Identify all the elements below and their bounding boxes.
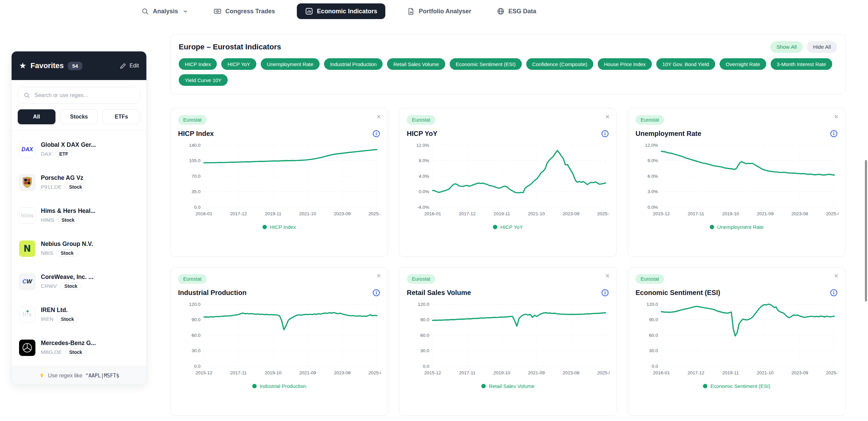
x-tick-label: 2023-09 <box>334 211 351 216</box>
chart-card-economic-sentiment-esi: Eurostat×Economic Sentiment (ESI)0.030.0… <box>628 267 846 416</box>
list-item-iren[interactable]: IrisIREN Ltd.IRENStock <box>12 298 146 331</box>
indicator-pill-3-month-interest-rate[interactable]: 3-Month Interest Rate <box>771 58 832 70</box>
info-icon[interactable] <box>601 289 609 297</box>
x-tick-label: 2019-11 <box>494 211 510 216</box>
close-icon[interactable]: × <box>376 272 381 280</box>
stock-logo: hims <box>19 207 35 224</box>
indicator-pill-retail-sales-volume[interactable]: Retail Sales Volume <box>387 58 445 70</box>
x-tick-label: 2021-10 <box>299 211 316 216</box>
charts-grid: Eurostat×HICP Index0.035.070.0105.0140.0… <box>170 108 846 416</box>
x-tick-label: 2025-10 <box>826 370 838 375</box>
indicator-pill-confidence-composite[interactable]: Confidence (Composite) <box>526 58 594 70</box>
x-tick-label: 2017-12 <box>688 370 705 375</box>
chart-card-unemployment-rate: Eurostat×Unemployment Rate0.0%3.0%6.0%9.… <box>628 108 846 257</box>
indicator-pill-overnight-rate[interactable]: Overnight Rate <box>720 58 766 70</box>
legend-label: Retail Sales Volume <box>489 383 534 389</box>
legend-label: HICP Index <box>270 224 296 230</box>
close-icon[interactable]: × <box>605 272 610 280</box>
close-icon[interactable]: × <box>605 113 610 121</box>
y-tick-label: 3.0% <box>647 189 658 194</box>
top-nav: AnalysisCongress TradesEconomic Indicato… <box>0 0 868 22</box>
chart-area: -4.0%0.0%4.0%8.0%12.0%2016-012017-122019… <box>407 141 609 221</box>
info-icon[interactable] <box>372 289 380 297</box>
x-tick-label: 2015-12 <box>424 370 441 375</box>
nav-item-congress-trades[interactable]: Congress Trades <box>210 3 278 19</box>
list-item-hims[interactable]: himsHims & Hers Heal...HIMSStock <box>12 199 146 232</box>
indicator-pill-yield-curve-10y[interactable]: Yield Curve 10Y <box>179 74 228 86</box>
indicator-pill-economic-sentiment-esi[interactable]: Economic Sentiment (ESI) <box>450 58 522 70</box>
regex-hint: Use regex like ^AAPL|MSFT$ <box>12 366 146 385</box>
chart-title: HICP Index <box>178 130 214 138</box>
search-input[interactable] <box>34 92 134 98</box>
edit-label: Edit <box>129 63 139 69</box>
nav-item-esg-data[interactable]: ESG Data <box>493 3 540 19</box>
tab-all[interactable]: All <box>18 109 55 124</box>
y-tick-label: 0.0 <box>194 205 200 210</box>
x-tick-label: 2019-11 <box>265 211 282 216</box>
x-tick-label: 2016-01 <box>424 211 441 216</box>
stock-type-badge: ETF <box>55 150 72 158</box>
nav-item-analysis[interactable]: Analysis <box>138 3 192 19</box>
data-series-line <box>661 151 834 175</box>
chevron-down-icon <box>182 9 188 14</box>
tab-stocks[interactable]: Stocks <box>60 109 98 124</box>
chart-title: Economic Sentiment (ESI) <box>636 289 720 297</box>
indicators-header-card: Europe – Eurostat Indicators Show All Hi… <box>170 34 846 94</box>
line-chart: 0.030.060.090.0120.02015-122017-112019-1… <box>178 300 381 379</box>
x-tick-label: 2023-08 <box>334 370 351 375</box>
indicator-pill-unemployment-rate[interactable]: Unemployment Rate <box>261 58 320 70</box>
indicator-pill-hicp-yoy[interactable]: HICP YoY <box>221 58 256 70</box>
nav-item-portfolio-analyser[interactable]: Portfolio Analyser <box>404 3 475 19</box>
nav-item-economic-indicators[interactable]: Economic Indicators <box>297 3 385 19</box>
close-icon[interactable]: × <box>834 272 838 280</box>
tab-etfs[interactable]: ETFs <box>102 109 140 124</box>
pencil-icon <box>120 63 126 69</box>
chart-area: 0.030.060.090.0120.02015-122017-112019-1… <box>407 300 609 380</box>
info-icon[interactable] <box>830 289 838 297</box>
info-icon[interactable] <box>830 130 838 138</box>
indicator-pill-10y-gov-bond-yield[interactable]: 10Y Gov. Bond Yield <box>656 58 715 70</box>
legend-label: Unemployment Rate <box>717 224 764 230</box>
sidebar-tabs: AllStocksETFs <box>12 104 146 131</box>
list-item-nbis[interactable]: NNebius Group N.V.NBISStock <box>12 232 146 265</box>
edit-button[interactable]: Edit <box>120 63 139 69</box>
y-tick-label: 30.0 <box>192 348 200 353</box>
show-all-button[interactable]: Show All <box>770 41 803 53</box>
dax-logo: DAX <box>21 146 33 153</box>
search-box[interactable] <box>18 87 140 104</box>
info-icon[interactable] <box>372 130 380 138</box>
indicator-pill-house-price-index[interactable]: House Price Index <box>598 58 652 70</box>
data-series-line <box>433 313 606 326</box>
stock-ticker: DAX <box>41 151 52 157</box>
favorites-header: ★ Favorites 54 Edit <box>12 51 146 80</box>
close-icon[interactable]: × <box>834 113 838 121</box>
hide-all-button[interactable]: Hide All <box>807 41 837 53</box>
y-tick-label: 12.0% <box>645 143 658 148</box>
stock-logo <box>19 174 35 191</box>
indicator-pill-hicp-index[interactable]: HICP Index <box>179 58 217 70</box>
vertical-scrollbar[interactable] <box>865 160 867 301</box>
x-tick-label: 2021-09 <box>528 370 545 375</box>
x-tick-label: 2021-10 <box>528 211 545 216</box>
x-tick-label: 2017-12 <box>230 211 247 216</box>
stock-name: CoreWeave, Inc. ... <box>41 274 93 281</box>
iren-logo: Iris <box>22 311 32 318</box>
chart-area: 0.035.070.0105.0140.02016-012017-122019-… <box>178 141 380 221</box>
legend-dot <box>262 225 267 229</box>
list-item-p911-de[interactable]: Porsche AG VzP911.DEStock <box>12 166 146 199</box>
y-tick-label: 70.0 <box>192 174 200 179</box>
y-tick-label: 8.0% <box>419 158 429 163</box>
chart-area: 0.030.060.090.0120.02015-122017-112019-1… <box>178 300 380 380</box>
data-series-line <box>661 304 834 336</box>
close-icon[interactable]: × <box>376 113 381 121</box>
list-item-mbg-de[interactable]: Mercedes-Benz G...MBG.DEStock <box>12 331 146 364</box>
x-tick-label: 2021-09 <box>299 370 316 375</box>
info-icon[interactable] <box>601 130 609 138</box>
list-item-crwv[interactable]: CWCoreWeave, Inc. ...CRWVStock <box>12 265 146 298</box>
regex-hint-text: Use regex like <box>48 373 82 379</box>
chart-legend: Economic Sentiment (ESI) <box>636 383 838 389</box>
lightbulb-icon <box>39 373 45 379</box>
search-icon <box>23 92 30 99</box>
list-item-dax[interactable]: DAXGlobal X DAX Ger...DAXETF <box>12 133 146 166</box>
indicator-pill-industrial-production[interactable]: Industrial Production <box>324 58 383 70</box>
